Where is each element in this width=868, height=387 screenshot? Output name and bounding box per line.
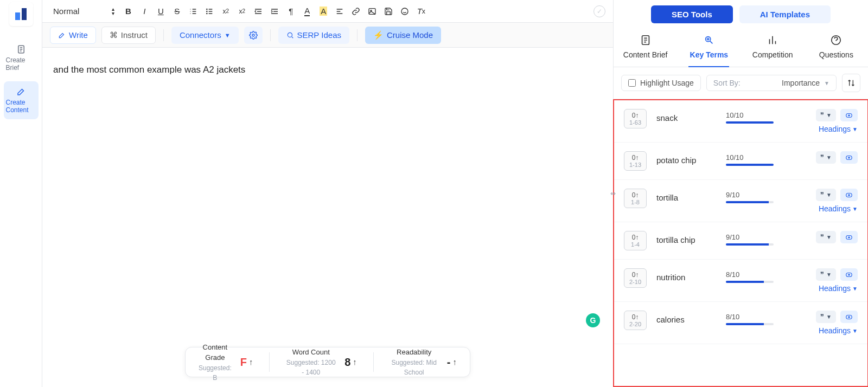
format-toolbar: Normal ▴▾ B I U S x2 x2 ¶ A A [42, 0, 613, 23]
status-check-icon[interactable]: ✓ [593, 5, 605, 17]
link-button[interactable] [350, 5, 362, 17]
term-actions: ❞ ▼ Headings▼ [786, 268, 858, 293]
highlight-usage-input[interactable] [628, 79, 636, 87]
term-headings-link[interactable]: Headings▼ [819, 326, 858, 335]
term-quote-button[interactable]: ❞ ▼ [816, 231, 836, 243]
unordered-list-button[interactable] [203, 5, 215, 17]
sort-by-value: Importance [782, 79, 820, 87]
term-quote-button[interactable]: ❞ ▼ [816, 151, 836, 164]
content-grade-value: F [240, 354, 247, 370]
settings-button[interactable] [244, 27, 263, 44]
create-brief-button[interactable]: Create Brief [4, 39, 39, 77]
save-button[interactable] [382, 5, 394, 17]
paragraph-style-select[interactable]: Normal ▴▾ [50, 4, 118, 18]
italic-button[interactable]: I [138, 5, 150, 17]
word-count-cell[interactable]: Word Count Suggested: 1200 - 1400 8 ↑ [286, 347, 357, 377]
sort-by-select[interactable]: Sort By: Importance ▼ [706, 75, 837, 91]
term-count-badge[interactable]: 0↑ 1-4 [624, 231, 647, 250]
term-view-button[interactable] [840, 311, 858, 323]
term-count-badge[interactable]: 0↑ 1-8 [624, 189, 647, 208]
tab-seo-tools[interactable]: SEO Tools [651, 5, 733, 23]
highlight-usage-checkbox[interactable]: Highlight Usage [621, 75, 701, 91]
tab-key-terms[interactable]: Key Terms [677, 29, 741, 67]
term-count-badge[interactable]: 0↑ 2-20 [624, 311, 647, 330]
superscript-button[interactable]: x2 [236, 5, 248, 17]
term-row[interactable]: 0↑ 2-20 calories 8/10 ❞ ▼ Headings▼ [614, 302, 867, 344]
readability-cell[interactable]: Readability Suggested: Mid School - ↑ [390, 347, 457, 377]
grammarly-icon[interactable]: G [586, 313, 600, 327]
connectors-button[interactable]: Connectors ▼ [171, 27, 239, 44]
clear-format-button[interactable]: Tx [415, 5, 427, 17]
key-terms-list[interactable]: 0↑ 1-63 snack 10/10 ❞ ▼ Headings▼ 0↑ 1-1… [613, 99, 868, 387]
sort-direction-button[interactable] [842, 74, 860, 92]
term-view-button[interactable] [840, 151, 858, 164]
term-actions: ❞ ▼ [786, 231, 858, 243]
create-content-button[interactable]: Create Content [4, 81, 39, 119]
outdent-button[interactable] [252, 5, 264, 17]
term-view-button[interactable] [840, 268, 858, 281]
content-grade-cell[interactable]: Content Grade Suggested: B F ↑ [199, 342, 253, 383]
svg-point-3 [207, 13, 207, 14]
term-headings-link[interactable]: Headings▼ [819, 284, 858, 293]
status-divider [269, 352, 270, 372]
highlight-color-button[interactable]: A [317, 5, 329, 17]
tab-competition-label: Competition [752, 50, 793, 59]
image-button[interactable] [366, 5, 378, 17]
headings-label: Headings [819, 284, 851, 293]
term-view-button[interactable] [840, 231, 858, 243]
term-row[interactable]: 0↑ 1-4 tortilla chip 9/10 ❞ ▼ [614, 222, 867, 260]
tab-content-brief[interactable]: Content Brief [614, 29, 677, 67]
term-quote-button[interactable]: ❞ ▼ [816, 109, 836, 121]
cruise-mode-button[interactable]: ⚡ Cruise Mode [365, 27, 441, 44]
svg-point-23 [848, 316, 850, 317]
create-content-label: Create Content [6, 99, 36, 114]
term-quote-button[interactable]: ❞ ▼ [816, 189, 836, 201]
term-count-badge[interactable]: 0↑ 1-63 [624, 109, 647, 128]
toolbar-divider [163, 29, 164, 41]
text-color-button[interactable]: A [301, 5, 313, 17]
term-headings-link[interactable]: Headings▼ [819, 125, 858, 133]
term-count-badge[interactable]: 0↑ 2-10 [624, 268, 647, 288]
term-row[interactable]: 0↑ 1-13 potato chip 10/10 ❞ ▼ [614, 143, 867, 180]
strikethrough-button[interactable]: S [171, 5, 183, 17]
indent-button[interactable] [269, 5, 280, 17]
term-row[interactable]: 0↑ 1-63 snack 10/10 ❞ ▼ Headings▼ [614, 100, 867, 143]
readability-title: Readability [390, 347, 438, 358]
write-button[interactable]: Write [50, 27, 96, 44]
term-score: 8/10 [726, 313, 776, 321]
term-quote-button[interactable]: ❞ ▼ [816, 268, 836, 281]
app-logo[interactable] [9, 2, 33, 26]
readability-sub: Suggested: Mid School [390, 358, 438, 377]
text-direction-button[interactable]: ¶ [285, 5, 297, 17]
term-score: 10/10 [726, 153, 776, 162]
subscript-button[interactable]: x2 [220, 5, 232, 17]
term-count-badge[interactable]: 0↑ 1-13 [624, 151, 647, 171]
underline-button[interactable]: U [155, 5, 167, 17]
svg-point-1 [207, 9, 207, 9]
bolt-icon: ⚡ [373, 30, 384, 40]
term-row[interactable]: 0↑ 2-10 nutrition 8/10 ❞ ▼ Headings▼ [614, 260, 867, 302]
align-button[interactable] [334, 5, 346, 17]
tab-competition[interactable]: Competition [741, 29, 805, 67]
term-quote-button[interactable]: ❞ ▼ [816, 311, 836, 323]
term-name: potato chip [656, 151, 716, 165]
tab-ai-templates[interactable]: AI Templates [739, 5, 831, 23]
svg-point-2 [207, 11, 207, 11]
emoji-button[interactable] [399, 5, 411, 17]
term-view-button[interactable] [840, 109, 858, 121]
tab-key-terms-label: Key Terms [690, 50, 729, 59]
term-view-button[interactable] [840, 189, 858, 201]
readability-value: - [447, 354, 451, 370]
term-score-wrap: 9/10 [726, 189, 776, 203]
serp-ideas-button[interactable]: SERP Ideas [278, 27, 349, 44]
chevron-down-icon: ▼ [826, 314, 832, 320]
instruct-button[interactable]: ⌘ Instruct [101, 27, 156, 44]
term-row[interactable]: 0↑ 1-8 tortilla 9/10 ❞ ▼ Headings▼ [614, 180, 867, 222]
resize-handle-icon[interactable]: ⇔ [610, 190, 616, 197]
editor-body[interactable]: and the most common example was A2 jacke… [42, 48, 613, 387]
bold-button[interactable]: B [122, 5, 134, 17]
ordered-list-button[interactable] [187, 5, 199, 17]
svg-point-7 [252, 34, 254, 36]
tab-questions[interactable]: Questions [805, 29, 868, 67]
term-headings-link[interactable]: Headings▼ [819, 204, 858, 213]
